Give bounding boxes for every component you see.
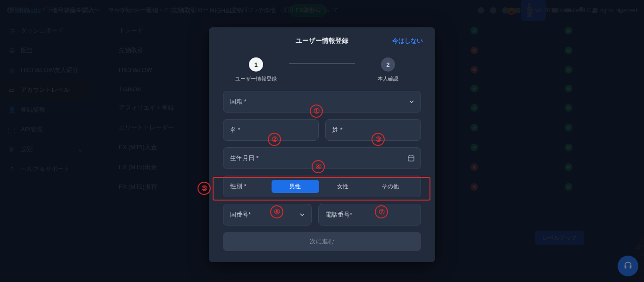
phone-label: 電話番号* [325, 210, 352, 219]
dial-code-label: 国番号* [230, 210, 251, 219]
dial-code-select[interactable]: 国番号* [223, 204, 312, 226]
step-indicator: 1 ユーザー情報登録 2 本人確認 [209, 57, 435, 82]
chevron-down-icon [299, 211, 305, 218]
step-bar [289, 63, 355, 64]
next-button[interactable]: 次に進む [223, 232, 421, 251]
step-1-label: ユーザー情報登録 [235, 75, 277, 82]
gender-segmented: 男性 女性 その他 [272, 180, 414, 193]
chevron-down-icon [408, 98, 415, 105]
skip-link[interactable]: 今はしない [392, 37, 423, 45]
last-name-label: 姓 * [332, 126, 343, 134]
step-1-dot: 1 [249, 57, 263, 72]
gender-other-button[interactable]: その他 [366, 180, 414, 193]
modal-overlay: ユーザー情報登録 今はしない 1 ユーザー情報登録 2 本人確認 国籍 * 名 … [0, 0, 644, 282]
modal-title: ユーザー情報登録 [296, 37, 348, 45]
first-name-field[interactable]: 名 * [223, 119, 319, 141]
gender-label: 性別 * [230, 182, 268, 191]
step-2-label: 本人確認 [378, 75, 398, 82]
dob-field[interactable]: 生年月日 * [223, 147, 421, 169]
gender-male-button[interactable]: 男性 [272, 180, 319, 193]
phone-field[interactable]: 電話番号* [318, 204, 421, 226]
last-name-field[interactable]: 姓 * [325, 119, 421, 141]
modal-header: ユーザー情報登録 今はしない [209, 27, 435, 47]
dob-label: 生年月日 * [230, 154, 259, 162]
gender-female-button[interactable]: 女性 [319, 180, 367, 193]
first-name-label: 名 * [230, 126, 240, 134]
step-2: 2 本人確認 [355, 57, 421, 82]
gender-row: 性別 * 男性 女性 その他 [223, 176, 421, 197]
registration-form: 国籍 * 名 * 姓 * 生年月日 * 性別 * 男性 女性 [209, 86, 435, 232]
user-info-modal: ユーザー情報登録 今はしない 1 ユーザー情報登録 2 本人確認 国籍 * 名 … [209, 27, 435, 262]
step-1: 1 ユーザー情報登録 [223, 57, 289, 82]
country-label: 国籍 * [230, 97, 247, 106]
step-2-dot: 2 [381, 57, 395, 72]
country-select[interactable]: 国籍 * [223, 91, 421, 113]
svg-rect-17 [408, 156, 414, 161]
calendar-icon [407, 154, 415, 162]
